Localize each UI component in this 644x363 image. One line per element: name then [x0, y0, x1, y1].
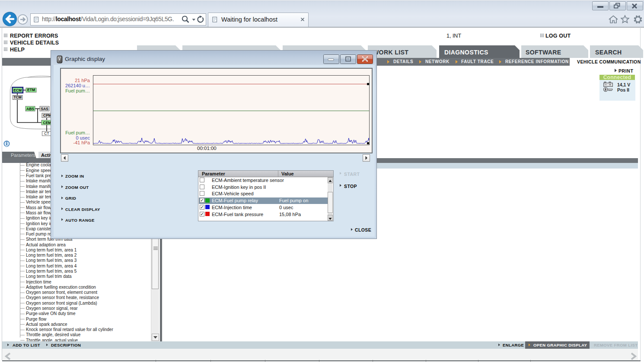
svg-text:ABS: ABS	[26, 107, 34, 111]
svg-text:TCM: TCM	[13, 95, 21, 99]
svg-text:ECM: ECM	[13, 88, 22, 92]
svg-text:ETM: ETM	[27, 88, 35, 92]
svg-text:SAS: SAS	[41, 107, 48, 111]
svg-text:CT: CT	[44, 131, 49, 136]
svg-text:CEM: CEM	[43, 121, 51, 125]
